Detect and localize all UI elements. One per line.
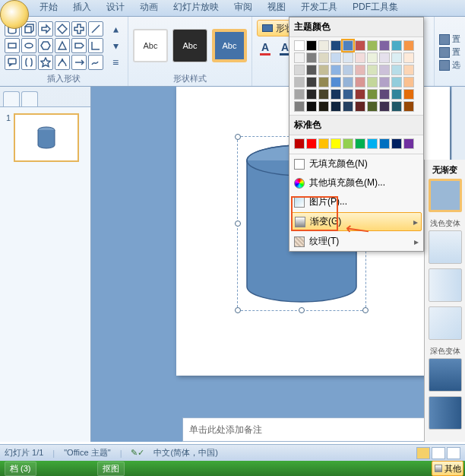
theme-color-swatch[interactable] xyxy=(379,52,390,63)
slides-tab[interactable] xyxy=(3,91,20,106)
picture-fill-item[interactable]: 图片(P)... xyxy=(289,192,423,211)
theme-color-swatch[interactable] xyxy=(306,65,317,75)
theme-color-swatch[interactable] xyxy=(367,101,378,112)
gradient-light-3[interactable] xyxy=(429,306,462,340)
tab-design[interactable]: 设计 xyxy=(99,0,132,16)
standard-color-swatch[interactable] xyxy=(318,138,329,149)
chevron-down-icon[interactable]: ▾ xyxy=(108,38,123,53)
theme-color-swatch[interactable] xyxy=(391,101,402,112)
shapes-gallery[interactable] xyxy=(5,21,103,70)
theme-color-swatch[interactable] xyxy=(318,65,329,75)
resize-handle-sw[interactable] xyxy=(235,307,241,313)
resize-handle-s[interactable] xyxy=(299,307,305,313)
theme-color-grid[interactable] xyxy=(289,37,423,115)
shape-tri-icon[interactable] xyxy=(55,38,70,53)
shape-pent-icon[interactable] xyxy=(71,38,87,53)
slideshow-view-button[interactable] xyxy=(447,447,460,459)
theme-color-swatch[interactable] xyxy=(379,40,390,51)
theme-color-swatch[interactable] xyxy=(294,77,305,87)
theme-color-swatch[interactable] xyxy=(355,40,365,51)
office-button[interactable] xyxy=(0,0,29,29)
theme-color-swatch[interactable] xyxy=(331,65,341,75)
theme-color-swatch[interactable] xyxy=(306,89,317,100)
shape-line-icon[interactable] xyxy=(88,21,103,36)
theme-color-swatch[interactable] xyxy=(379,101,390,112)
language-indicator[interactable]: 中文(简体，中国) xyxy=(153,447,217,459)
shape-star-icon[interactable] xyxy=(38,55,53,70)
shape-brace-icon[interactable] xyxy=(21,55,36,70)
theme-color-swatch[interactable] xyxy=(343,77,353,87)
gradient-light-1[interactable] xyxy=(429,230,462,264)
theme-color-swatch[interactable] xyxy=(318,89,329,100)
theme-color-swatch[interactable] xyxy=(306,40,317,51)
theme-color-swatch[interactable] xyxy=(367,40,378,51)
theme-color-swatch[interactable] xyxy=(306,101,317,112)
shape-elbow-icon[interactable] xyxy=(88,38,103,53)
gradient-none-swatch[interactable] xyxy=(429,179,462,212)
theme-color-swatch[interactable] xyxy=(379,89,390,100)
shape-oval-icon[interactable] xyxy=(21,38,36,53)
theme-color-swatch[interactable] xyxy=(294,89,305,100)
more-colors-item[interactable]: 其他填充颜色(M)... xyxy=(289,173,423,192)
shape-plus-icon[interactable] xyxy=(71,21,87,36)
other-gradients-button[interactable]: 其他 xyxy=(432,461,463,476)
theme-color-swatch[interactable] xyxy=(391,52,402,63)
tab-review[interactable]: 审阅 xyxy=(226,0,260,16)
resize-handle-se[interactable] xyxy=(362,307,369,313)
tab-home[interactable]: 开始 xyxy=(32,0,65,16)
theme-color-swatch[interactable] xyxy=(331,101,341,112)
theme-color-swatch[interactable] xyxy=(294,65,305,75)
theme-color-swatch[interactable] xyxy=(306,52,317,63)
theme-color-swatch[interactable] xyxy=(403,65,414,75)
gradient-dark-1[interactable] xyxy=(429,358,462,392)
gradient-dark-2[interactable] xyxy=(429,396,462,430)
standard-color-swatch[interactable] xyxy=(306,138,317,149)
theme-color-swatch[interactable] xyxy=(294,101,305,112)
theme-color-swatch[interactable] xyxy=(331,89,341,100)
theme-color-swatch[interactable] xyxy=(306,77,317,87)
theme-color-swatch[interactable] xyxy=(294,52,305,63)
theme-color-swatch[interactable] xyxy=(355,52,365,63)
standard-color-swatch[interactable] xyxy=(343,138,353,149)
shape-arrow-icon[interactable] xyxy=(38,21,53,36)
shape-scribble-icon[interactable] xyxy=(88,55,103,70)
tab-slideshow[interactable]: 幻灯片放映 xyxy=(166,0,226,16)
style-swatch-1[interactable]: Abc xyxy=(133,29,168,62)
tab-view[interactable]: 视图 xyxy=(260,0,293,16)
theme-color-swatch[interactable] xyxy=(355,77,365,87)
shape-connector-icon[interactable] xyxy=(71,55,87,70)
shapes-spinner[interactable]: ▴ ▾ ≡ xyxy=(108,21,123,70)
tab-animation[interactable]: 动画 xyxy=(132,0,166,16)
bring-front-button[interactable]: 置 xyxy=(439,33,460,45)
spellcheck-icon[interactable]: ✎✓ xyxy=(131,448,144,458)
theme-color-swatch[interactable] xyxy=(331,40,341,51)
taskbar-item-2[interactable]: 抠图 xyxy=(97,462,125,476)
notes-pane[interactable]: 单击此处添加备注 xyxy=(182,417,447,442)
resize-handle-w[interactable] xyxy=(235,221,241,227)
standard-color-swatch[interactable] xyxy=(331,138,341,149)
standard-color-swatch[interactable] xyxy=(355,138,365,149)
theme-color-swatch[interactable] xyxy=(403,101,414,112)
theme-color-swatch[interactable] xyxy=(391,65,402,75)
chevron-up-icon[interactable]: ▴ xyxy=(108,21,123,36)
gradient-fill-item[interactable]: 渐变(G)▸ xyxy=(291,212,422,231)
standard-color-swatch[interactable] xyxy=(294,138,305,149)
standard-color-swatch[interactable] xyxy=(367,138,378,149)
style-swatch-2[interactable]: Abc xyxy=(172,29,207,62)
shape-rect-icon[interactable] xyxy=(5,38,20,53)
send-back-button[interactable]: 置 xyxy=(439,46,460,58)
standard-color-swatch[interactable] xyxy=(379,138,390,149)
theme-color-swatch[interactable] xyxy=(294,40,305,51)
taskbar-item-1[interactable]: 档 (3) xyxy=(5,462,36,476)
tab-insert[interactable]: 插入 xyxy=(65,0,99,16)
theme-color-swatch[interactable] xyxy=(331,52,341,63)
theme-color-swatch[interactable] xyxy=(331,77,341,87)
theme-color-swatch[interactable] xyxy=(379,77,390,87)
theme-color-swatch[interactable] xyxy=(355,101,365,112)
theme-color-swatch[interactable] xyxy=(318,40,329,51)
slide-thumbnail-1[interactable]: 1 xyxy=(6,113,84,162)
gradient-light-2[interactable] xyxy=(429,268,462,302)
text-fill-button[interactable]: A xyxy=(257,40,274,56)
normal-view-button[interactable] xyxy=(416,447,430,459)
shape-diamond-icon[interactable] xyxy=(55,21,70,36)
